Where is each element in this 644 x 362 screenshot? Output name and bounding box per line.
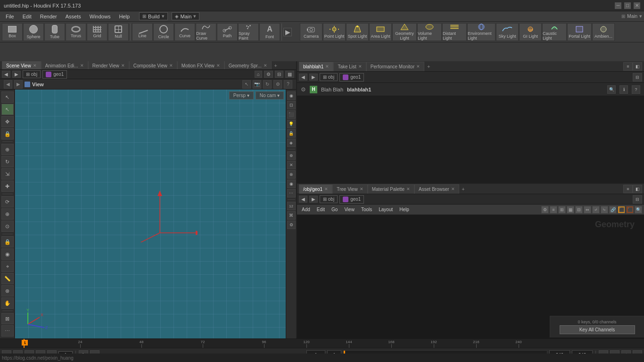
path-view-toggle[interactable]: ⊟ xyxy=(275,71,283,78)
shelf-ambient[interactable]: Ambien... xyxy=(592,23,615,41)
ne-icon-color1[interactable]: ⬛ xyxy=(618,206,625,214)
vpr-snap[interactable]: ⊕ xyxy=(287,151,296,160)
shelf-point-light[interactable]: Point Light xyxy=(323,23,346,41)
tool-pose[interactable]: ✋ xyxy=(1,297,14,309)
ne-icon-in[interactable]: ⤶ xyxy=(592,206,600,214)
shelf-spot-light[interactable]: Spot Light xyxy=(346,23,369,41)
right-top-settings[interactable]: ≡ xyxy=(623,62,633,71)
param-path-geo1[interactable]: geo1 xyxy=(339,73,364,82)
tool-cam-orbit[interactable]: ⟳ xyxy=(1,196,14,207)
view-btn-select[interactable]: ↖ xyxy=(242,80,251,89)
persp-dropdown[interactable]: Persp ▾ xyxy=(229,91,254,99)
viewport-3d[interactable]: Persp ▾ No cam ▾ xyxy=(15,90,286,338)
tab-blahblah1[interactable]: blahblah1 ✕ xyxy=(299,62,333,71)
close-button[interactable]: ✕ xyxy=(634,2,640,9)
node-menu-edit[interactable]: Edit xyxy=(314,206,328,213)
tool-vis[interactable]: ◉ xyxy=(1,248,14,260)
ne-icon-columns[interactable]: ⊟ xyxy=(575,206,583,214)
path-geo1[interactable]: geo1 xyxy=(42,70,67,79)
path-more[interactable]: ▦ xyxy=(285,71,294,78)
shelf-geometry-light[interactable]: Geometry Light xyxy=(392,23,417,41)
tool-snapping[interactable]: ⌖ xyxy=(1,261,14,272)
tool-move[interactable]: ✚ xyxy=(1,181,14,192)
path-home[interactable]: ⌂ xyxy=(255,71,262,78)
view-help[interactable]: ? xyxy=(284,80,292,89)
vpr-shaded[interactable]: ⬛ xyxy=(287,110,296,119)
tool-bottom2[interactable]: ⋯ xyxy=(1,325,14,337)
vpr-filter[interactable]: ⌘ xyxy=(287,211,296,220)
nav-back[interactable]: ◀ xyxy=(2,71,10,78)
vpr-num[interactable]: 12 xyxy=(287,202,296,210)
tool-cam-zoom[interactable]: ⊙ xyxy=(1,221,14,232)
tab-take-close[interactable]: ✕ xyxy=(358,64,362,69)
playhead[interactable] xyxy=(24,339,25,348)
ne-icon-arrows[interactable]: ⇔ xyxy=(584,206,591,214)
key-all-channels-button[interactable]: Key All Channels xyxy=(560,325,635,334)
menu-file[interactable]: File xyxy=(2,13,18,20)
tool-lock[interactable]: 🔒 xyxy=(1,128,14,140)
shelf-path[interactable]: Path xyxy=(217,23,238,41)
node-menu-view[interactable]: View xyxy=(341,206,357,213)
path-settings[interactable]: ⚙ xyxy=(264,71,273,78)
tool-select[interactable]: ↖ xyxy=(1,91,14,103)
right-top-more[interactable]: ◧ xyxy=(633,62,642,71)
tab-anim-close[interactable]: ✕ xyxy=(80,63,84,68)
ne-icon-grid[interactable]: ⊞ xyxy=(558,206,566,214)
shelf-grid[interactable]: Grid xyxy=(87,23,107,41)
tool-cam-pan[interactable]: ⊕ xyxy=(1,208,14,220)
tab-asset-close[interactable]: ✕ xyxy=(451,187,455,191)
menu-render[interactable]: Render xyxy=(36,13,61,20)
shelf-curve[interactable]: Curve xyxy=(174,23,195,41)
view-nav-prev[interactable]: ◀ xyxy=(4,80,12,89)
tab-take-list[interactable]: Take List ✕ xyxy=(333,62,366,71)
shelf-caustic-light[interactable]: Caustic Light xyxy=(542,23,567,41)
tab-render-view[interactable]: Render View ✕ xyxy=(88,61,129,70)
tab-blah-close[interactable]: ✕ xyxy=(325,64,329,69)
shelf-line[interactable]: Line xyxy=(132,23,153,41)
tab-material-palette[interactable]: Material Palette ✕ xyxy=(368,184,414,194)
vpr-cam-lock[interactable]: 🔒 xyxy=(287,129,296,138)
shelf-more[interactable]: ▶ xyxy=(283,28,292,36)
node-path-geo1[interactable]: geo1 xyxy=(339,195,364,204)
tool-bottom1[interactable]: ⊠ xyxy=(1,313,14,324)
vpr-vis2[interactable]: ◉ xyxy=(287,180,296,188)
tool-nav[interactable]: ✥ xyxy=(1,116,14,127)
tab-tree-close[interactable]: ✕ xyxy=(360,187,363,191)
tool-select2[interactable]: ↖ xyxy=(1,104,14,115)
tab-scene-view[interactable]: Scene View ✕ xyxy=(2,61,41,70)
node-menu-help[interactable]: Help xyxy=(396,206,412,213)
shelf-box[interactable]: Box xyxy=(2,23,23,41)
shelf-spray[interactable]: Spray Paint xyxy=(238,23,259,41)
tool-measure[interactable]: 📏 xyxy=(1,273,14,284)
right-top-tab-add[interactable]: + xyxy=(424,62,433,71)
ne-icon-table[interactable]: ▦ xyxy=(567,206,574,214)
view-nav-next[interactable]: ▶ xyxy=(14,80,23,89)
tab-tree-view[interactable]: Tree View ✕ xyxy=(332,184,367,194)
shelf-camera[interactable]: Camera xyxy=(300,23,322,41)
vpr-wire[interactable]: ⊡ xyxy=(287,101,296,109)
main-dropdown[interactable]: ◈ Main ▾ xyxy=(172,12,200,20)
shelf-font[interactable]: A Font xyxy=(259,23,280,41)
node-tab-add[interactable]: + xyxy=(459,185,468,193)
tab-motion-fx[interactable]: Motion FX View ✕ xyxy=(177,61,224,70)
build-dropdown[interactable]: ⊞ Build ▾ xyxy=(139,12,167,20)
shelf-gi-light[interactable]: GI GI Light xyxy=(519,23,542,41)
tab-composite-view[interactable]: Composite View ✕ xyxy=(129,61,177,70)
param-info[interactable]: ℹ xyxy=(619,85,628,94)
view-btn-rotate[interactable]: ↻ xyxy=(263,80,272,89)
node-path-expand[interactable]: ⊟ xyxy=(633,195,642,204)
shelf-area-light[interactable]: Area Light xyxy=(369,23,392,41)
tool-transform[interactable]: ⊕ xyxy=(1,144,14,155)
shelf-distant-light[interactable]: Distant Light xyxy=(442,23,467,41)
tab-asset-browser[interactable]: Asset Browser ✕ xyxy=(414,184,459,194)
tab-render-close[interactable]: ✕ xyxy=(121,63,125,68)
tab-scene-view-close[interactable]: ✕ xyxy=(33,63,37,68)
tab-geometry-spr[interactable]: Geometry Spr... ✕ xyxy=(224,61,272,70)
tool-rotate[interactable]: ↻ xyxy=(1,156,14,167)
tab-obj-geo1[interactable]: /obj/geo1 ✕ xyxy=(299,184,332,194)
vpr-more[interactable]: ⋯ xyxy=(287,189,296,197)
vpr-origin[interactable]: ✕ xyxy=(287,161,296,169)
tool-handles[interactable]: ⊗ xyxy=(1,285,14,296)
node-tab-settings[interactable]: ≡ xyxy=(623,185,633,193)
shelf-portal-light[interactable]: Portal Light xyxy=(567,23,592,41)
